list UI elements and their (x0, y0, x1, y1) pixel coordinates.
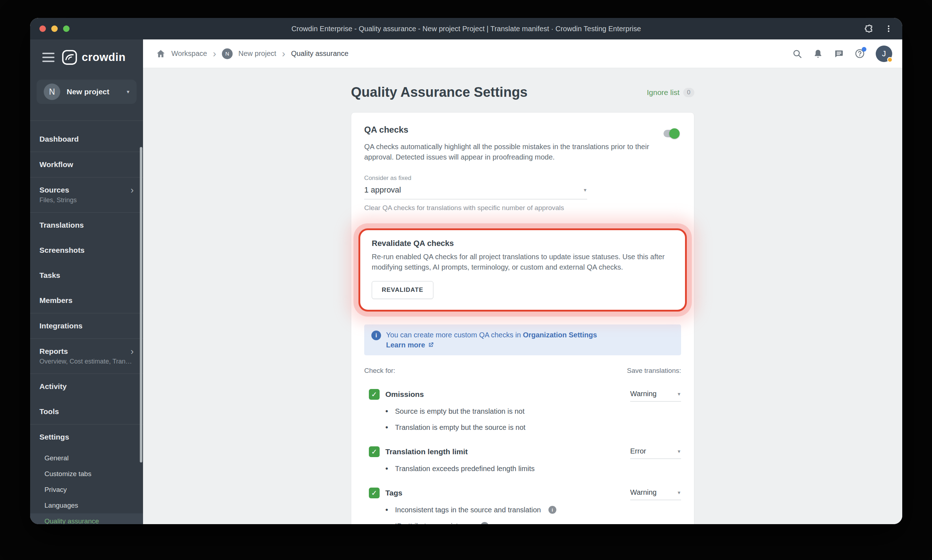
bullet-icon: • (385, 406, 389, 416)
home-icon[interactable] (156, 49, 166, 58)
avatar-status-dot (887, 57, 893, 62)
chevron-down-icon: ▾ (678, 391, 680, 397)
chevron-right-icon: › (282, 50, 285, 57)
sidebar-item[interactable]: Settings › (30, 425, 143, 449)
info-tooltip-icon[interactable]: i (549, 506, 556, 514)
menu-toggle-icon[interactable] (42, 53, 54, 62)
severity-select[interactable]: Warning ▾ (630, 488, 681, 500)
bullet-icon: • (385, 505, 389, 514)
messages-icon[interactable] (834, 49, 844, 59)
window-controls (39, 25, 69, 32)
info-icon: i (371, 331, 381, 340)
organization-settings-link[interactable]: Organization Settings (523, 331, 597, 339)
browser-menu-icon[interactable] (884, 25, 893, 33)
sidebar-item[interactable]: Integrations › (30, 313, 143, 339)
toggle-knob (669, 128, 680, 139)
chevron-right-icon: › (131, 186, 134, 194)
sidebar-item[interactable]: Dashboard › (30, 126, 143, 152)
breadcrumb-project[interactable]: New project (238, 49, 276, 58)
check-row: ✓ Omissions • Source is empty but the tr… (369, 389, 681, 432)
checkbox-checked-icon[interactable]: ✓ (369, 446, 380, 457)
chevron-down-icon: ▾ (126, 89, 129, 95)
sidebar-item[interactable]: Members › (30, 288, 143, 313)
chevron-right-icon: › (131, 348, 134, 355)
qa-checks-description: QA checks automatically highlight all th… (364, 142, 653, 162)
search-icon[interactable] (792, 49, 802, 59)
minimize-window-button[interactable] (51, 25, 58, 32)
browser-titlebar: Crowdin Enterprise - Quality assurance -… (30, 18, 902, 40)
revalidate-description: Re-run enabled QA checks for all project… (372, 252, 669, 272)
sidebar-subitem[interactable]: General (30, 450, 143, 466)
chevron-down-icon: ▾ (678, 489, 680, 496)
revalidate-heading: Revalidate QA checks (372, 239, 674, 248)
check-row: ✓ Tags • Inconsistent tags in the source… (369, 488, 681, 524)
browser-tab-title: Crowdin Enterprise - Quality assurance -… (291, 25, 641, 33)
sidebar-item[interactable]: Tools › (30, 399, 143, 425)
user-avatar[interactable]: J (876, 46, 892, 62)
external-link-icon (428, 342, 434, 348)
sidebar-item[interactable]: Reports › Overview, Cost estimate, Tran… (30, 339, 143, 374)
check-bullet: • Source is empty but the translation is… (385, 406, 526, 416)
chevron-down-icon: ▾ (678, 448, 680, 455)
sidebar-item[interactable]: Translations › (30, 212, 143, 238)
revalidate-button[interactable]: REVALIDATE (372, 281, 434, 299)
check-bullet: • Inconsistent tags in the source and tr… (385, 505, 556, 514)
sidebar-nav: Dashboard › Workflow › Sources (30, 120, 143, 449)
sidebar-subitem[interactable]: Languages (30, 498, 143, 513)
settings-subnav: General Customize tabs Privacy Languages… (30, 450, 143, 524)
breadcrumb-current: Quality assurance (291, 49, 348, 58)
check-bullet: • ID attributes consistency i (385, 521, 556, 524)
sidebar-subitem[interactable]: Privacy (30, 482, 143, 498)
sidebar-item[interactable]: Workflow › (30, 152, 143, 177)
crowdin-logo[interactable]: crowdin (62, 49, 125, 65)
sidebar-subitem[interactable]: Quality assurance (30, 513, 143, 524)
browser-window: Crowdin Enterprise - Quality assurance -… (30, 18, 902, 524)
severity-select[interactable]: Warning ▾ (630, 389, 681, 402)
sidebar: crowdin N New project ▾ Dashboard › (30, 40, 143, 524)
consider-as-fixed-select[interactable]: 1 approval ▾ (364, 182, 587, 199)
qa-checks-toggle[interactable] (663, 130, 679, 137)
info-banner: i You can create more custom QA checks i… (364, 325, 681, 355)
chevron-right-icon: › (213, 50, 216, 57)
zoom-window-button[interactable] (63, 25, 69, 32)
sidebar-scrollbar[interactable] (140, 147, 142, 463)
app-header: Workspace › N New project › Quality assu… (143, 40, 902, 68)
extensions-icon[interactable] (864, 24, 874, 34)
ignore-list-count-badge: 0 (683, 88, 694, 97)
check-row: ✓ Translation length limit • Translation… (369, 446, 681, 473)
help-notification-dot (862, 47, 866, 52)
consider-as-fixed-help: Clear QA checks for translations with sp… (364, 204, 681, 212)
breadcrumb: Workspace › N New project › Quality assu… (156, 48, 348, 59)
learn-more-link[interactable]: Learn more (386, 340, 434, 350)
checkbox-checked-icon[interactable]: ✓ (369, 389, 380, 400)
crowdin-wordmark: crowdin (82, 51, 125, 64)
sidebar-item[interactable]: Activity › (30, 374, 143, 399)
bullet-icon: • (385, 464, 389, 473)
save-translations-label: Save translations: (627, 367, 681, 375)
sidebar-item[interactable]: Tasks › (30, 263, 143, 288)
breadcrumb-project-avatar: N (222, 48, 233, 59)
settings-page: Quality Assurance Settings Ignore list 0… (143, 68, 902, 524)
bullet-icon: • (385, 521, 389, 524)
ignore-list-link[interactable]: Ignore list 0 (647, 88, 694, 97)
breadcrumb-workspace[interactable]: Workspace (171, 49, 207, 58)
sidebar-item[interactable]: Screenshots › (30, 238, 143, 263)
consider-as-fixed-label: Consider as fixed (364, 175, 681, 182)
info-tooltip-icon[interactable]: i (481, 522, 489, 524)
close-window-button[interactable] (39, 25, 46, 32)
severity-select[interactable]: Error ▾ (630, 446, 681, 459)
check-bullet: • Translation exceeds predefined length … (385, 464, 534, 473)
help-icon[interactable] (855, 48, 865, 59)
notifications-bell-icon[interactable] (813, 49, 823, 59)
project-avatar: N (44, 83, 60, 100)
crowdin-logo-icon (62, 49, 77, 65)
check-for-label: Check for: (364, 367, 395, 375)
sidebar-item[interactable]: Sources › Files, Strings (30, 177, 143, 212)
chevron-down-icon: ▾ (584, 187, 586, 193)
page-title: Quality Assurance Settings (351, 85, 528, 100)
sidebar-subitem[interactable]: Customize tabs (30, 466, 143, 482)
project-switcher[interactable]: N New project ▾ (37, 80, 137, 104)
bullet-icon: • (385, 423, 389, 432)
checkbox-checked-icon[interactable]: ✓ (369, 488, 380, 498)
revalidate-section-highlighted: Revalidate QA checks Re-run enabled QA c… (358, 228, 687, 312)
